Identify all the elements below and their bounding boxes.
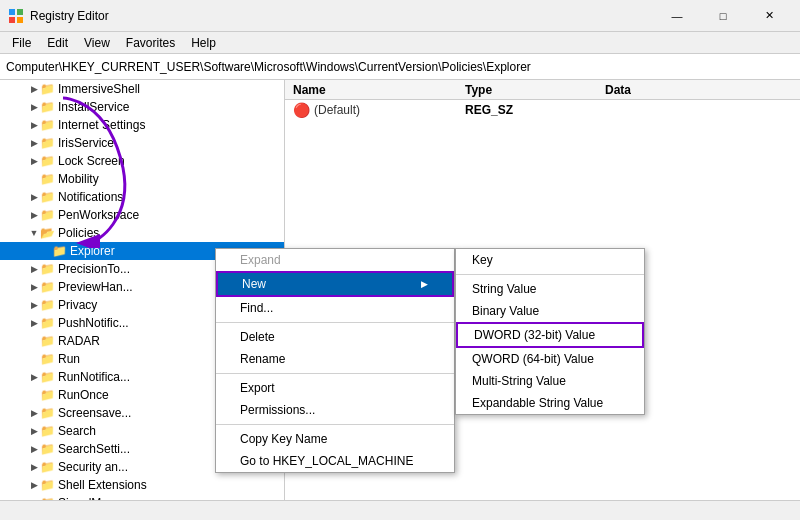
sub-multistring-label: Multi-String Value xyxy=(472,374,566,388)
ctx-sep-3 xyxy=(216,424,454,425)
title-bar: Registry Editor — □ ✕ xyxy=(0,0,800,32)
sub-sep-1 xyxy=(456,274,644,275)
folder-icon: 📁 xyxy=(40,388,55,402)
sub-string[interactable]: String Value xyxy=(456,278,644,300)
expand-arrow: ▶ xyxy=(28,407,40,419)
folder-icon: 📁 xyxy=(40,352,55,366)
ctx-copykey[interactable]: Copy Key Name xyxy=(216,428,454,450)
folder-icon: 📁 xyxy=(40,442,55,456)
sub-key-label: Key xyxy=(472,253,493,267)
expand-arrow: ▶ xyxy=(28,425,40,437)
expand-arrow: ▼ xyxy=(28,227,40,239)
ctx-export-label: Export xyxy=(240,381,275,395)
tree-label: Explorer xyxy=(70,244,115,258)
folder-icon: 📁 xyxy=(40,316,55,330)
folder-icon: 📁 xyxy=(40,460,55,474)
tree-item-shellextensions[interactable]: ▶ 📁 Shell Extensions xyxy=(0,476,284,494)
sub-key[interactable]: Key xyxy=(456,249,644,271)
menu-view[interactable]: View xyxy=(76,34,118,52)
tree-label: Lock Screen xyxy=(58,154,125,168)
sub-dword[interactable]: DWORD (32-bit) Value xyxy=(456,322,644,348)
tree-label: Internet Settings xyxy=(58,118,145,132)
sub-expandable[interactable]: Expandable String Value xyxy=(456,392,644,414)
reg-name: 🔴 (Default) xyxy=(285,102,465,118)
folder-icon: 📁 xyxy=(40,82,55,96)
expand-arrow xyxy=(28,335,40,347)
address-bar: Computer\HKEY_CURRENT_USER\Software\Micr… xyxy=(0,54,800,80)
minimize-button[interactable]: — xyxy=(654,0,700,32)
tree-label: RunOnce xyxy=(58,388,109,402)
maximize-button[interactable]: □ xyxy=(700,0,746,32)
folder-icon: 📁 xyxy=(40,172,55,186)
folder-icon: 📁 xyxy=(40,478,55,492)
tree-label: PrecisionTo... xyxy=(58,262,130,276)
folder-icon: 📁 xyxy=(52,244,67,258)
submenu-arrow-icon: ▶ xyxy=(421,279,428,289)
tree-label: Privacy xyxy=(58,298,97,312)
menu-edit[interactable]: Edit xyxy=(39,34,76,52)
ctx-rename[interactable]: Rename xyxy=(216,348,454,370)
ctx-sep-2 xyxy=(216,373,454,374)
tree-item-policies[interactable]: ▼ 📂 Policies xyxy=(0,224,284,242)
folder-icon: 📁 xyxy=(40,154,55,168)
sub-qword[interactable]: QWORD (64-bit) Value xyxy=(456,348,644,370)
tree-item-immersiveshell[interactable]: ▶ 📁 ImmersiveShell xyxy=(0,80,284,98)
tree-label: Screensave... xyxy=(58,406,131,420)
tree-item-mobility[interactable]: 📁 Mobility xyxy=(0,170,284,188)
tree-label: Security an... xyxy=(58,460,128,474)
folder-icon: 📁 xyxy=(40,280,55,294)
folder-icon: 📁 xyxy=(40,424,55,438)
tree-item-penworkspace[interactable]: ▶ 📁 PenWorkspace xyxy=(0,206,284,224)
expand-arrow: ▶ xyxy=(28,299,40,311)
tree-label: Search xyxy=(58,424,96,438)
sub-expandable-label: Expandable String Value xyxy=(472,396,603,410)
ctx-expand-label: Expand xyxy=(240,253,281,267)
context-menu: Expand New ▶ Find... Delete Rename Expor… xyxy=(215,248,455,473)
tree-item-irisservice[interactable]: ▶ 📁 IrisService xyxy=(0,134,284,152)
sub-string-label: String Value xyxy=(472,282,536,296)
col-header-name: Name xyxy=(285,83,465,97)
expand-arrow: ▶ xyxy=(28,371,40,383)
folder-icon: 📁 xyxy=(40,100,55,114)
ctx-copykey-label: Copy Key Name xyxy=(240,432,327,446)
col-header-type: Type xyxy=(465,83,605,97)
menu-favorites[interactable]: Favorites xyxy=(118,34,183,52)
svg-rect-3 xyxy=(17,17,23,23)
expand-arrow xyxy=(28,389,40,401)
tree-label: RADAR xyxy=(58,334,100,348)
tree-item-installservice[interactable]: ▶ 📁 InstallService xyxy=(0,98,284,116)
sub-binary[interactable]: Binary Value xyxy=(456,300,644,322)
expand-arrow: ▶ xyxy=(28,83,40,95)
ctx-find-label: Find... xyxy=(240,301,273,315)
svg-rect-2 xyxy=(9,17,15,23)
expand-arrow xyxy=(28,353,40,365)
menu-file[interactable]: File xyxy=(4,34,39,52)
svg-rect-1 xyxy=(17,9,23,15)
folder-icon: 📂 xyxy=(40,226,55,240)
ctx-expand[interactable]: Expand xyxy=(216,249,454,271)
ctx-export[interactable]: Export xyxy=(216,377,454,399)
tree-item-internetsettings[interactable]: ▶ 📁 Internet Settings xyxy=(0,116,284,134)
ctx-delete[interactable]: Delete xyxy=(216,326,454,348)
ctx-goto-label: Go to HKEY_LOCAL_MACHINE xyxy=(240,454,413,468)
tree-item-lockscreen[interactable]: ▶ 📁 Lock Screen xyxy=(0,152,284,170)
ctx-new[interactable]: New ▶ xyxy=(216,271,454,297)
sub-multistring[interactable]: Multi-String Value xyxy=(456,370,644,392)
app-icon xyxy=(8,8,24,24)
expand-arrow: ▶ xyxy=(28,443,40,455)
tree-item-notifications[interactable]: ▶ 📁 Notifications xyxy=(0,188,284,206)
tree-label: IrisService xyxy=(58,136,114,150)
registry-row-default[interactable]: 🔴 (Default) REG_SZ xyxy=(285,100,800,118)
ctx-sep-1 xyxy=(216,322,454,323)
expand-arrow: ▶ xyxy=(28,101,40,113)
close-button[interactable]: ✕ xyxy=(746,0,792,32)
ctx-goto[interactable]: Go to HKEY_LOCAL_MACHINE xyxy=(216,450,454,472)
folder-icon: 📁 xyxy=(40,298,55,312)
sub-qword-label: QWORD (64-bit) Value xyxy=(472,352,594,366)
address-path: Computer\HKEY_CURRENT_USER\Software\Micr… xyxy=(6,60,531,74)
menu-help[interactable]: Help xyxy=(183,34,224,52)
ctx-permissions[interactable]: Permissions... xyxy=(216,399,454,421)
ctx-find[interactable]: Find... xyxy=(216,297,454,319)
expand-arrow: ▶ xyxy=(28,191,40,203)
expand-arrow: ▶ xyxy=(28,479,40,491)
